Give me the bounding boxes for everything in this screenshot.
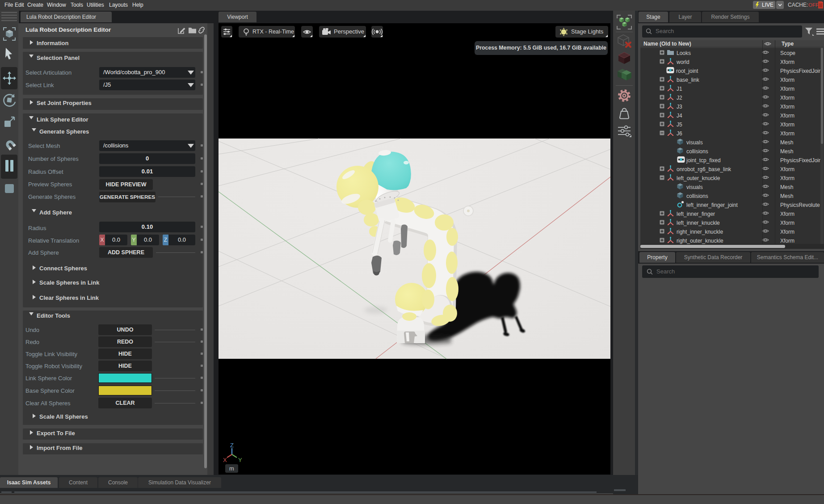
svg-text:Z: Z xyxy=(230,442,234,449)
svg-text:LIVE: LIVE xyxy=(762,2,774,8)
svg-text:Y: Y xyxy=(238,457,242,463)
svg-text:X: X xyxy=(223,457,227,463)
